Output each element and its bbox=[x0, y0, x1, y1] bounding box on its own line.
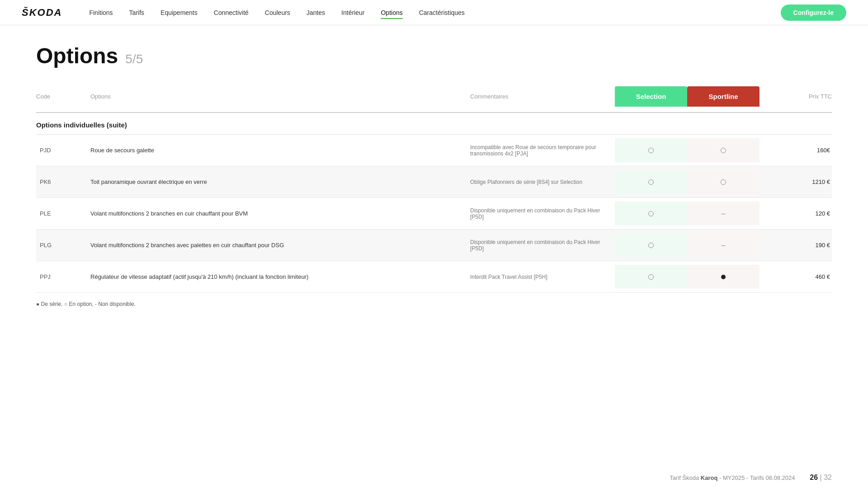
cell-code: PLG bbox=[36, 242, 90, 249]
th-sportline: Sportline bbox=[687, 86, 760, 107]
th-prix: Prix TTC bbox=[760, 93, 832, 100]
cell-selection bbox=[615, 233, 687, 257]
cell-comment: Interdit Pack Travel Assist [P5H] bbox=[470, 274, 615, 280]
table-row: PPJ Régulateur de vitesse adaptatif (act… bbox=[36, 261, 832, 293]
legend: ● De série, ○ En option, - Non disponibl… bbox=[36, 301, 832, 307]
cell-option: Volant multifonctions 2 branches en cuir… bbox=[90, 210, 470, 217]
cell-selection bbox=[615, 202, 687, 225]
nav-links: Finitions Tarifs Equipements Connectivit… bbox=[89, 9, 780, 16]
dot-empty-selection bbox=[648, 243, 654, 248]
dot-empty-selection bbox=[648, 274, 654, 280]
main-content: Options 5/5 Code Options Commentaires Se… bbox=[0, 25, 868, 334]
cell-comment: Incompatible avec Roue de secours tempor… bbox=[470, 144, 615, 157]
footer-page-total: | 32 bbox=[818, 474, 832, 481]
table-body: PJD Roue de secours galette Incompatible… bbox=[36, 135, 832, 293]
table-row: PLG Volant multifonctions 2 branches ave… bbox=[36, 230, 832, 261]
cell-comment: Disponible uniquement en combinaison du … bbox=[470, 239, 615, 252]
nav-options[interactable]: Options bbox=[381, 9, 402, 19]
table-row: PLE Volant multifonctions 2 branches en … bbox=[36, 198, 832, 230]
section-title: Options individuelles (suite) bbox=[36, 113, 832, 135]
cell-option: Roue de secours galette bbox=[90, 147, 470, 154]
brand-logo: ŠKODA bbox=[22, 7, 62, 19]
dot-empty-selection bbox=[648, 179, 654, 185]
nav-tarifs[interactable]: Tarifs bbox=[129, 9, 144, 18]
cell-prix: 160€ bbox=[760, 147, 832, 154]
options-table: Code Options Commentaires Selection Spor… bbox=[36, 86, 832, 307]
cell-code: PK6 bbox=[36, 178, 90, 185]
footer-tarif: Tarif Škoda Karoq - MY2025 - Tarifs 08.0… bbox=[670, 474, 795, 481]
cell-comment: Oblige Plafonniers de série [8S4] sur Se… bbox=[470, 179, 615, 185]
cell-selection bbox=[615, 170, 687, 194]
cell-prix: 1210 € bbox=[760, 178, 832, 185]
cell-sportline bbox=[687, 170, 760, 194]
dash-sportline: – bbox=[722, 241, 726, 249]
nav-finitions[interactable]: Finitions bbox=[89, 9, 113, 18]
cell-sportline: – bbox=[687, 233, 760, 257]
dot-empty-sportline bbox=[721, 179, 726, 185]
cell-option: Régulateur de vitesse adaptatif (actif j… bbox=[90, 273, 470, 280]
nav-equipements[interactable]: Equipements bbox=[160, 9, 198, 18]
nav-couleurs[interactable]: Couleurs bbox=[265, 9, 290, 18]
cell-sportline bbox=[687, 265, 760, 289]
footer-model: Karoq bbox=[701, 474, 718, 481]
nav-interieur[interactable]: Intérieur bbox=[341, 9, 364, 18]
table-header: Code Options Commentaires Selection Spor… bbox=[36, 86, 832, 113]
dot-filled-sportline bbox=[721, 275, 726, 279]
cell-code: PPJ bbox=[36, 273, 90, 280]
footer: Tarif Škoda Karoq - MY2025 - Tarifs 08.0… bbox=[0, 467, 868, 488]
th-selection: Selection bbox=[615, 86, 687, 107]
dash-sportline: – bbox=[722, 210, 726, 218]
page-step: 5/5 bbox=[125, 52, 143, 66]
cell-selection bbox=[615, 138, 687, 162]
th-code: Code bbox=[36, 93, 90, 100]
cell-code: PJD bbox=[36, 147, 90, 154]
configurez-button[interactable]: Configurez-le bbox=[781, 5, 846, 21]
cell-sportline: – bbox=[687, 202, 760, 225]
page-title-row: Options 5/5 bbox=[36, 43, 832, 68]
cell-prix: 120 € bbox=[760, 210, 832, 217]
cell-code: PLE bbox=[36, 210, 90, 217]
cell-selection bbox=[615, 265, 687, 289]
cell-comment: Disponible uniquement en combinaison du … bbox=[470, 207, 615, 220]
cell-option: Toit panoramique ouvrant électrique en v… bbox=[90, 178, 470, 185]
th-commentaires: Commentaires bbox=[470, 93, 615, 100]
cell-prix: 190 € bbox=[760, 242, 832, 249]
nav-jantes[interactable]: Jantes bbox=[307, 9, 325, 18]
page-title: Options bbox=[36, 43, 118, 68]
th-options: Options bbox=[90, 93, 470, 100]
nav-connectivite[interactable]: Connectivité bbox=[214, 9, 249, 18]
footer-page-current: 26 | 32 bbox=[806, 474, 832, 482]
navbar: ŠKODA Finitions Tarifs Equipements Conne… bbox=[0, 0, 868, 25]
cell-option: Volant multifonctions 2 branches avec pa… bbox=[90, 242, 470, 249]
cell-sportline bbox=[687, 138, 760, 162]
table-row: PJD Roue de secours galette Incompatible… bbox=[36, 135, 832, 166]
table-row: PK6 Toit panoramique ouvrant électrique … bbox=[36, 166, 832, 198]
dot-empty-selection bbox=[648, 148, 654, 153]
cell-prix: 460 € bbox=[760, 273, 832, 280]
dot-empty-sportline bbox=[721, 148, 726, 153]
dot-empty-selection bbox=[648, 211, 654, 216]
nav-caracteristiques[interactable]: Caractéristiques bbox=[419, 9, 465, 18]
